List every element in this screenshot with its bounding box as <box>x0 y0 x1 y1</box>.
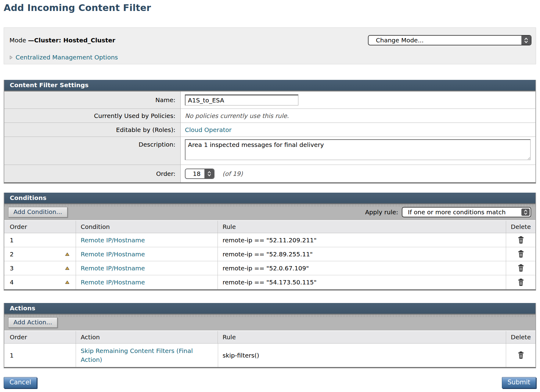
order-select[interactable]: 18 <box>185 169 214 179</box>
move-up-button[interactable] <box>65 252 70 256</box>
trash-icon <box>517 264 524 272</box>
mode-panel: Mode —Cluster: Hosted_Cluster Change Mod… <box>4 27 536 64</box>
column-header-delete: Delete <box>506 331 535 343</box>
order-of-note: (of 19) <box>222 170 243 177</box>
actions-table-header: Order Action Rule Delete <box>4 330 535 344</box>
order-row: Order: 18 (of 19) <box>4 165 535 182</box>
condition-row: 1 Remote IP/Hostname remote-ip == "52.11… <box>4 233 535 247</box>
condition-link[interactable]: Remote IP/Hostname <box>81 237 145 244</box>
trash-icon <box>517 250 524 258</box>
cloud-operator-link[interactable]: Cloud Operator <box>185 126 232 134</box>
select-spinner-icon <box>521 36 531 45</box>
description-label: Description: <box>4 137 181 165</box>
conditions-table-header: Order Condition Rule Delete <box>4 220 535 233</box>
move-up-button[interactable] <box>65 266 70 270</box>
delete-button[interactable] <box>517 250 525 258</box>
condition-rule: remote-ip == "54.173.50.115" <box>222 279 316 286</box>
conditions-header: Conditions <box>4 193 535 204</box>
condition-link[interactable]: Remote IP/Hostname <box>81 251 145 258</box>
trash-icon <box>517 279 524 286</box>
name-row: Name: <box>4 91 535 109</box>
footer-button-row: Cancel Submit <box>4 377 536 388</box>
page: Add Incoming Content Filter Mode —Cluste… <box>0 0 540 388</box>
name-label: Name: <box>4 91 181 109</box>
actions-table: Order Action Rule Delete 1 Skip Remainin… <box>4 330 535 367</box>
select-spinner-icon <box>204 169 214 178</box>
name-input[interactable] <box>185 94 298 105</box>
condition-link[interactable]: Remote IP/Hostname <box>81 279 145 286</box>
column-header-action: Action <box>76 331 218 343</box>
action-row: 1 Skip Remaining Content Filters (Final … <box>4 344 535 367</box>
column-header-condition: Condition <box>76 221 218 233</box>
actions-section: Actions Add Action... Order Action Rule … <box>4 303 536 368</box>
policies-value: No policies currently use this rule. <box>185 112 289 119</box>
description-textarea[interactable]: Area 1 inspected messages for final deli… <box>185 139 531 160</box>
change-mode-select[interactable]: Change Mode... <box>368 35 531 45</box>
column-header-order: Order <box>4 331 76 343</box>
add-action-button[interactable]: Add Action... <box>8 317 57 328</box>
condition-rule: remote-ip == "52.89.255.11" <box>222 251 313 258</box>
action-rule: skip-filters() <box>223 352 259 359</box>
policies-row: Currently Used by Policies: No policies … <box>4 109 535 123</box>
move-up-button[interactable] <box>65 280 70 284</box>
conditions-table: Order Condition Rule Delete 1 Remote IP/… <box>4 220 535 289</box>
column-header-order: Order <box>4 221 76 233</box>
delete-button[interactable] <box>517 351 525 360</box>
condition-rule: remote-ip == "52.0.67.109" <box>222 265 309 272</box>
submit-button[interactable]: Submit <box>502 377 536 388</box>
page-title: Add Incoming Content Filter <box>4 2 536 13</box>
column-header-delete: Delete <box>506 221 535 233</box>
trash-icon <box>517 351 524 359</box>
trash-icon <box>517 236 524 244</box>
column-header-rule: Rule <box>218 331 506 343</box>
mode-text: Mode —Cluster: Hosted_Cluster <box>9 37 115 44</box>
policies-label: Currently Used by Policies: <box>4 109 181 123</box>
condition-order: 1 <box>10 237 14 244</box>
condition-row: 3 Remote IP/Hostname remote-ip == "52.0.… <box>4 261 535 275</box>
apply-rule-label: Apply rule: <box>365 208 398 216</box>
order-label: Order: <box>4 165 181 182</box>
roles-row: Editable by (Roles): Cloud Operator <box>4 123 535 137</box>
add-condition-button[interactable]: Add Condition... <box>8 207 67 217</box>
roles-label: Editable by (Roles): <box>4 123 181 137</box>
condition-row: 4 Remote IP/Hostname remote-ip == "54.17… <box>4 275 535 289</box>
change-mode-select-value: Change Mode... <box>369 37 424 44</box>
disclosure-triangle-icon <box>9 55 13 60</box>
content-filter-settings-section: Content Filter Settings Name: Currently … <box>4 80 536 184</box>
condition-link[interactable]: Remote IP/Hostname <box>81 265 145 272</box>
select-spinner-icon <box>521 208 530 216</box>
column-header-rule: Rule <box>218 221 506 233</box>
actions-toolbar: Add Action... <box>4 315 535 330</box>
apply-rule-select-value: If one or more conditions match <box>402 208 506 216</box>
condition-rule: remote-ip == "52.11.209.211" <box>222 237 316 244</box>
condition-order: 2 <box>10 251 14 258</box>
actions-header: Actions <box>4 303 535 315</box>
description-row: Description: Area 1 inspected messages f… <box>4 137 535 165</box>
delete-button[interactable] <box>517 236 525 244</box>
condition-order: 3 <box>10 265 14 272</box>
cancel-button[interactable]: Cancel <box>4 377 37 388</box>
conditions-toolbar: Add Condition... Apply rule: If one or m… <box>4 204 535 220</box>
delete-button[interactable] <box>517 278 525 287</box>
action-order: 1 <box>10 352 14 359</box>
delete-button[interactable] <box>517 264 525 273</box>
action-link[interactable]: Skip Remaining Content Filters (Final Ac… <box>81 347 196 364</box>
apply-rule-select[interactable]: If one or more conditions match <box>402 207 531 217</box>
condition-row: 2 Remote IP/Hostname remote-ip == "52.89… <box>4 247 535 261</box>
conditions-section: Conditions Add Condition... Apply rule: … <box>4 193 536 290</box>
content-filter-settings-header: Content Filter Settings <box>4 80 535 91</box>
condition-order: 4 <box>10 279 14 286</box>
order-select-value: 18 <box>185 170 200 177</box>
mode-value: —Cluster: Hosted_Cluster <box>28 37 115 44</box>
centralized-management-options-link[interactable]: Centralized Management Options <box>16 54 118 61</box>
centralized-management-options-row[interactable]: Centralized Management Options <box>9 54 531 61</box>
mode-label: Mode <box>9 37 28 44</box>
